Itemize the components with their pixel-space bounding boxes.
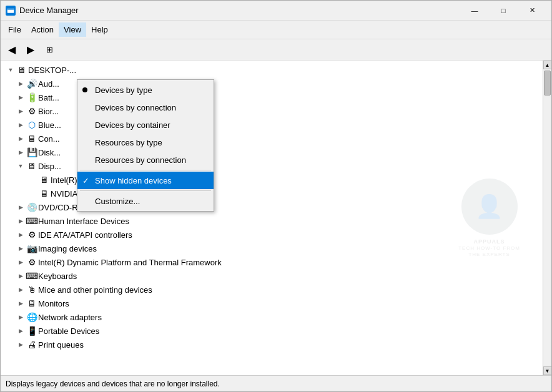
tree-item-label: Disk... [38,148,61,157]
gpu-icon: 🖥 [39,189,49,198]
list-item[interactable]: ▶ 📷 Imaging devices [1,242,543,255]
tree-item-label: Intel(R) Dynamic Platform and Thermal Fr… [38,258,222,267]
imaging-icon: 📷 [27,243,37,253]
tree-item-label: Mice and other pointing devices [38,285,152,295]
menu-item-devices-by-type[interactable]: Devices by type [77,81,214,99]
menu-action[interactable]: Action [26,22,59,37]
device-manager-window: Device Manager — □ ✕ File Action View He… [0,0,552,392]
portable-icon: 📱 [27,326,37,336]
menu-item-devices-by-connection[interactable]: Devices by connection [77,99,214,116]
window-title: Device Manager [19,6,460,15]
printer-icon: 🖨 [27,340,37,350]
gpu-icon: 🖥 [39,175,49,185]
window-controls: — □ ✕ [460,1,546,21]
mouse-icon: 🖱 [27,285,37,295]
expand-icon[interactable]: ▶ [16,79,26,89]
tree-item-label: Con... [38,134,60,144]
menu-view[interactable]: View [59,22,86,37]
menu-file[interactable]: File [3,22,26,37]
computer-icon: 🖥 [17,65,27,75]
list-item[interactable]: ▶ ⚙ Intel(R) Dynamic Platform and Therma… [1,255,543,269]
expand-icon[interactable]: ▶ [16,340,26,350]
biometric-icon: ⚙ [27,106,37,116]
no-expand [28,175,38,185]
tree-item-label: Keyboards [38,272,77,281]
expand-icon[interactable]: ▶ [16,257,26,267]
tree-item-label: Network adapters [38,313,102,322]
main-content: ▼ 🖥 DESKTOP-... ▶ 🔊 Aud... ▶ 🔋 Batt... [1,61,551,375]
expand-icon[interactable]: ▶ [16,92,26,102]
svg-rect-1 [7,8,14,9]
scrollbar-thumb[interactable] [544,71,551,96]
expand-icon[interactable]: ▶ [16,285,26,295]
tree-item-label: Monitors [38,299,69,308]
expand-icon[interactable]: ▶ [16,243,26,253]
menu-item-resources-by-type[interactable]: Resources by type [77,134,214,151]
hid-icon: ⌨ [27,216,37,226]
minimize-button[interactable]: — [460,1,489,21]
tree-item-label: Portable Devices [38,326,99,336]
list-item[interactable]: ▶ 🖨 Print queues [1,338,543,351]
toolbar: ◀ ▶ ⊞ [1,39,551,61]
close-button[interactable]: ✕ [518,1,546,21]
list-item[interactable]: ▶ 🖥 Monitors [1,296,543,310]
list-item[interactable]: ▶ ⚙ IDE ATA/ATAPI controllers [1,228,543,242]
ide-icon: ⚙ [27,230,37,240]
title-bar: Device Manager — □ ✕ [1,1,551,21]
list-item[interactable]: ▶ 🖱 Mice and other pointing devices [1,283,543,296]
properties-button[interactable]: ⊞ [41,42,58,58]
keyboard-icon: ⌨ [27,271,37,281]
maximize-button[interactable]: □ [489,1,518,21]
expand-icon[interactable]: ▶ [16,298,26,308]
battery-icon: 🔋 [27,92,37,102]
menu-separator [80,170,211,170]
menu-help[interactable]: Help [86,22,113,37]
expand-icon[interactable]: ▶ [16,147,26,157]
expand-icon[interactable]: ▼ [16,161,26,171]
scroll-down-button[interactable]: ▼ [543,366,552,375]
tree-item-label: Blue... [38,120,61,130]
intel-icon: ⚙ [27,257,37,267]
tree-item-label: IDE ATA/ATAPI controllers [38,230,132,240]
expand-icon[interactable]: ▶ [16,106,26,116]
display-icon: 🖥 [27,161,37,171]
tree-item-label: Batt... [38,93,59,102]
no-expand [28,189,38,198]
computer-icon: 🖥 [27,134,37,144]
expand-icon[interactable]: ▶ [16,120,26,130]
audio-icon: 🔊 [27,79,37,89]
dvd-icon: 💿 [27,202,37,212]
expand-icon[interactable]: ▶ [16,326,26,336]
window-icon [6,6,16,16]
back-button[interactable]: ◀ [3,42,21,58]
list-item[interactable]: ▶ 📱 Portable Devices [1,324,543,338]
tree-root-label: DESKTOP-... [28,66,76,75]
tree-root[interactable]: ▼ 🖥 DESKTOP-... [1,63,543,77]
expand-icon[interactable]: ▼ [6,65,16,75]
tree-item-label: Print queues [38,340,84,350]
expand-icon[interactable]: ▶ [16,271,26,281]
menu-item-customize[interactable]: Customize... [77,192,214,210]
tree-item-label: Aud... [38,79,59,89]
expand-icon[interactable]: ▶ [16,202,26,212]
menu-item-show-hidden-devices[interactable]: ✓ Show hidden devices [77,172,214,189]
monitor-icon: 🖥 [27,298,37,308]
list-item[interactable]: ▶ ⌨ Human Interface Devices [1,214,543,228]
menu-bar: File Action View Help [1,21,551,39]
menu-item-devices-by-container[interactable]: Devices by container [77,116,214,134]
list-item[interactable]: ▶ 🌐 Network adapters [1,310,543,324]
scroll-up-button[interactable]: ▲ [543,61,552,69]
scrollbar[interactable]: ▲ ▼ [543,61,551,375]
expand-icon[interactable]: ▶ [16,134,26,144]
view-dropdown-menu: Devices by type Devices by connection De… [77,79,214,212]
expand-icon[interactable]: ▶ [16,216,26,226]
list-item[interactable]: ▶ ⌨ Keyboards [1,269,543,283]
scrollbar-track-area[interactable] [543,69,551,366]
menu-item-resources-by-connection[interactable]: Resources by connection [77,151,214,169]
expand-icon[interactable]: ▶ [16,230,26,240]
radio-dot-icon [82,87,87,92]
forward-button[interactable]: ▶ [22,42,39,58]
expand-icon[interactable]: ▶ [16,312,26,322]
bluetooth-icon: ⬡ [27,120,37,130]
tree-item-label: Human Interface Devices [38,217,129,226]
